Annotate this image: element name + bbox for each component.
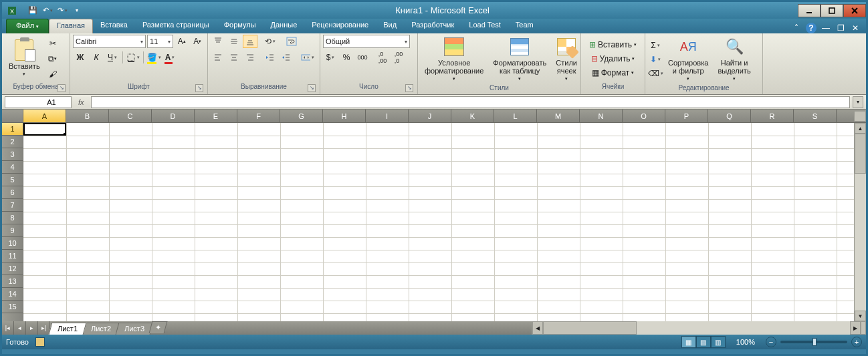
sheet-nav-prev-icon[interactable]: ◂ <box>14 321 26 335</box>
column-header[interactable]: N <box>580 110 623 122</box>
bold-button[interactable]: Ж <box>73 51 88 64</box>
column-header[interactable]: G <box>280 110 323 122</box>
view-page-layout-icon[interactable]: ▤ <box>696 336 711 348</box>
comma-format-icon[interactable]: 000 <box>355 51 370 64</box>
zoom-out-button[interactable]: − <box>766 337 776 347</box>
autosum-icon[interactable]: Σ <box>648 39 663 52</box>
select-all-cell[interactable] <box>2 110 23 122</box>
zoom-thumb[interactable] <box>812 338 817 346</box>
row-header[interactable]: 6 <box>2 186 23 199</box>
row-header[interactable]: 11 <box>2 250 23 262</box>
tab-формулы[interactable]: Формулы <box>217 19 263 33</box>
macro-record-icon[interactable] <box>35 337 45 347</box>
sheet-tab[interactable]: Лист1 <box>49 323 87 335</box>
cells-area[interactable] <box>23 123 866 321</box>
underline-button[interactable]: Ч <box>105 51 120 64</box>
row-header[interactable]: 9 <box>2 224 23 237</box>
column-header[interactable]: K <box>451 110 494 122</box>
column-header[interactable]: J <box>409 110 451 122</box>
hscroll-thumb[interactable] <box>543 321 637 335</box>
delete-cells-button[interactable]: ⊟Удалить▾ <box>584 52 642 65</box>
copy-icon[interactable]: ⧉▾ <box>45 52 60 65</box>
shrink-font-icon[interactable]: A▾ <box>191 35 205 48</box>
column-header[interactable]: P <box>665 110 708 122</box>
tab-file[interactable]: Файл ▾ <box>6 19 49 33</box>
italic-button[interactable]: К <box>89 51 104 64</box>
cut-icon[interactable]: ✂ <box>45 37 60 50</box>
sort-filter-button[interactable]: АЯ Сортировка и фильтр▾ <box>664 35 712 84</box>
qat-undo-icon[interactable]: ↶ <box>41 5 53 17</box>
format-painter-icon[interactable]: 🖌 <box>45 67 60 81</box>
help-icon[interactable]: ? <box>806 23 817 33</box>
font-name-combo[interactable]: Calibri▾ <box>73 35 146 48</box>
row-header[interactable]: 15 <box>2 301 23 313</box>
zoom-slider[interactable] <box>780 341 847 343</box>
tab-team[interactable]: Team <box>508 19 541 33</box>
column-header[interactable]: L <box>494 110 537 122</box>
conditional-formatting-button[interactable]: Условное форматирование▾ <box>421 35 487 84</box>
increase-decimal-icon[interactable]: ,0,00 <box>375 51 390 64</box>
sheet-tab[interactable]: Лист2 <box>82 323 120 335</box>
column-header[interactable]: C <box>109 110 152 122</box>
sheet-nav-next-icon[interactable]: ▸ <box>26 321 38 335</box>
column-header[interactable]: O <box>623 110 665 122</box>
align-right-icon[interactable] <box>243 51 257 64</box>
number-format-combo[interactable]: Общий▾ <box>323 35 410 48</box>
fx-icon[interactable]: fx <box>74 98 88 106</box>
scroll-down-icon[interactable]: ▼ <box>855 311 866 321</box>
tab-вид[interactable]: Вид <box>376 19 404 33</box>
column-header[interactable]: A <box>23 110 66 122</box>
qat-customize-icon[interactable]: ▾ <box>71 5 83 17</box>
column-header[interactable]: Q <box>708 110 751 122</box>
zoom-in-button[interactable]: + <box>851 337 862 347</box>
sheet-nav-first-icon[interactable]: |◂ <box>2 321 14 335</box>
grow-font-icon[interactable]: A▴ <box>175 35 189 48</box>
ribbon-minimize-icon[interactable]: ˄ <box>791 23 802 33</box>
column-header[interactable]: S <box>794 110 837 122</box>
clipboard-launcher-icon[interactable]: ↘ <box>58 84 66 92</box>
clear-icon[interactable]: ⌫ <box>648 67 663 80</box>
cell-styles-button[interactable]: Стили ячеек▾ <box>552 35 581 84</box>
scroll-up-icon[interactable]: ▲ <box>855 123 866 134</box>
column-header[interactable]: H <box>323 110 366 122</box>
excel-app-icon[interactable]: X <box>6 5 18 17</box>
sheet-tab[interactable]: Лист3 <box>116 323 154 335</box>
font-size-combo[interactable]: 11▾ <box>147 35 173 48</box>
accounting-format-icon[interactable]: $ <box>323 51 338 64</box>
row-header[interactable]: 3 <box>2 148 23 161</box>
name-box[interactable]: ▾ <box>5 96 72 108</box>
formula-bar-expand-icon[interactable]: ▾ <box>853 96 863 108</box>
align-center-icon[interactable] <box>227 51 241 64</box>
column-header[interactable]: F <box>237 110 280 122</box>
font-launcher-icon[interactable]: ↘ <box>195 84 203 92</box>
align-top-icon[interactable] <box>211 35 225 48</box>
column-header[interactable]: D <box>152 110 195 122</box>
horizontal-scrollbar[interactable]: ◀ ▶ <box>532 321 866 335</box>
maximize-button[interactable] <box>821 4 843 17</box>
tab-вставка[interactable]: Вставка <box>93 19 135 33</box>
decrease-decimal-icon[interactable]: ,00,0 <box>391 51 406 64</box>
row-header[interactable]: 5 <box>2 174 23 186</box>
row-header[interactable]: 2 <box>2 136 23 148</box>
column-header[interactable]: E <box>195 110 237 122</box>
align-launcher-icon[interactable]: ↘ <box>308 84 316 92</box>
borders-icon[interactable] <box>126 51 140 64</box>
tab-данные[interactable]: Данные <box>263 19 305 33</box>
scroll-left-icon[interactable]: ◀ <box>532 321 543 335</box>
tab-разработчик[interactable]: Разработчик <box>404 19 461 33</box>
row-header[interactable]: 13 <box>2 275 23 288</box>
percent-format-icon[interactable]: % <box>339 51 354 64</box>
paste-button[interactable]: Вставить▾ <box>5 38 44 79</box>
tab-рецензирование[interactable]: Рецензирование <box>304 19 376 33</box>
workbook-close-icon[interactable]: ✕ <box>850 23 861 33</box>
merge-center-icon[interactable] <box>300 51 315 64</box>
insert-cells-button[interactable]: ⊞Вставить▾ <box>584 38 642 51</box>
row-header[interactable]: 4 <box>2 161 23 174</box>
column-header[interactable]: M <box>537 110 580 122</box>
row-header[interactable]: 1 <box>2 123 23 136</box>
wrap-text-icon[interactable] <box>284 35 299 48</box>
find-select-button[interactable]: 🔍 Найти и выделить▾ <box>714 35 754 84</box>
workbook-restore-icon[interactable]: ❐ <box>835 23 846 33</box>
tab-главная[interactable]: Главная <box>49 19 93 33</box>
column-header[interactable]: R <box>751 110 794 122</box>
